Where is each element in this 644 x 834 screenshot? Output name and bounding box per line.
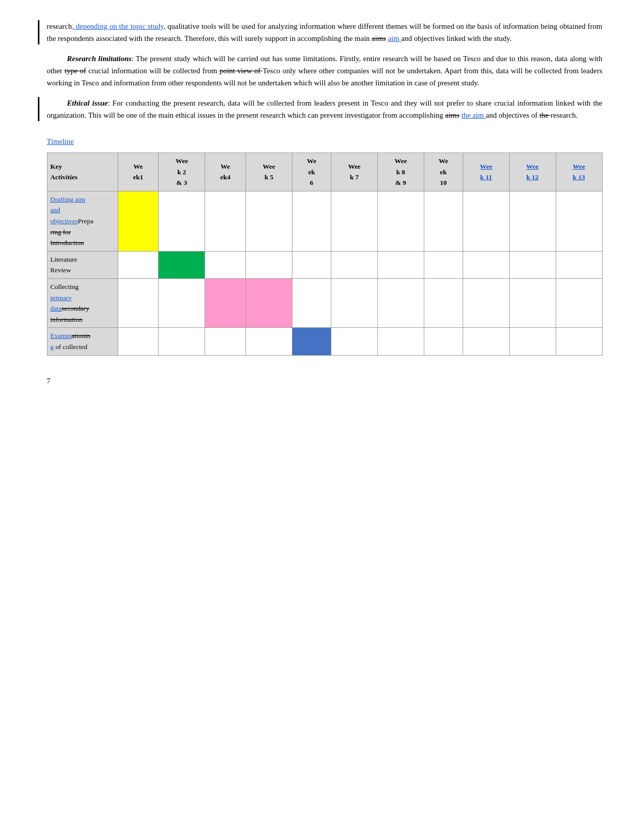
col-header-week13: Week 13 <box>556 153 602 191</box>
cell-row1-wk5 <box>246 191 292 251</box>
cell-row3-wk12 <box>509 278 556 327</box>
link-depending: , depending on the topic study, <box>72 22 165 30</box>
cell-row4-wk1 <box>118 328 159 355</box>
cell-row3-wk10 <box>424 278 463 327</box>
cell-row2-wk1 <box>118 251 159 278</box>
cell-row1-wk8 <box>377 191 424 251</box>
cell-row3-wk11 <box>463 278 509 327</box>
col-header-week4: Week4 <box>205 153 246 191</box>
col-header-week12: Week 12 <box>509 153 556 191</box>
cell-row1-wk13 <box>556 191 602 251</box>
strikethrough-ring-for: ring for <box>51 228 71 236</box>
timeline-heading: Timeline <box>47 135 603 148</box>
cell-row4-wk7 <box>331 328 378 355</box>
strikethrough-information: information <box>51 316 83 323</box>
strikethrough-the: the <box>539 111 551 119</box>
col-header-week6: Week6 <box>292 153 331 191</box>
cell-row1-wk6 <box>292 191 331 251</box>
link-objectives: objectives <box>51 217 78 225</box>
cell-row3-wk6 <box>292 278 331 327</box>
col-header-week1: Week1 <box>118 153 159 191</box>
cell-row2-wk13 <box>556 251 602 278</box>
cell-row3-wk8 <box>377 278 424 327</box>
cell-row2-wk6 <box>292 251 331 278</box>
strikethrough-secondary: secondary <box>62 305 89 312</box>
strikethrough-ationin: ationin <box>72 332 91 339</box>
col-header-week10: Week10 <box>424 153 463 191</box>
cell-row3-wk7 <box>331 278 378 327</box>
cell-row2-wk4 <box>205 251 246 278</box>
page-number: 7 <box>47 376 603 387</box>
activity-collecting: Collecting primary datasecondary informa… <box>47 278 118 327</box>
col-header-week7: Week 7 <box>331 153 378 191</box>
link-primary: primary <box>51 294 72 302</box>
col-header-week11: Week 11 <box>463 153 509 191</box>
cell-row1-wk10 <box>424 191 463 251</box>
strikethrough-type-of: type of <box>65 67 86 75</box>
cell-row2-wk5 <box>246 251 292 278</box>
timeline-section: Timeline KeyActivities Week1 Week 2& 3 W… <box>47 135 603 356</box>
activity-examination: Examinationin g of collected <box>47 328 118 355</box>
cell-row4-wk4 <box>205 328 246 355</box>
cell-row1-wk7 <box>331 191 378 251</box>
cell-row2-wk2 <box>159 251 205 278</box>
cell-row4-wk13 <box>556 328 602 355</box>
cell-row1-wk12 <box>509 191 556 251</box>
link-drafting-aim: Drafting aim <box>51 195 85 203</box>
underline-aim: aim <box>388 34 401 42</box>
col-header-week2: Week 2& 3 <box>159 153 205 191</box>
activity-drafting: Drafting aim and objectivesPrepa ring fo… <box>47 191 118 251</box>
paragraph-2: Research limitations: The present study … <box>47 53 603 89</box>
cell-row3-wk1 <box>118 278 159 327</box>
table-header-row: KeyActivities Week1 Week 2& 3 Week4 Week… <box>47 153 602 191</box>
cell-row1-wk11 <box>463 191 509 251</box>
strikethrough-aims2: aims <box>445 111 459 119</box>
table-row: Collecting primary datasecondary informa… <box>47 278 602 327</box>
cell-row4-wk2 <box>159 328 205 355</box>
table-row: Drafting aim and objectivesPrepa ring fo… <box>47 191 602 251</box>
page-content: research, depending on the topic study, … <box>47 20 603 387</box>
table-row: Examinationin g of collected <box>47 328 602 355</box>
text-prepa: Prepa <box>78 217 93 225</box>
link-examination: Examin <box>51 332 72 339</box>
col-header-key-activities: KeyActivities <box>47 153 118 191</box>
cell-row2-wk11 <box>463 251 509 278</box>
link-datasecondary: data <box>51 305 62 312</box>
cell-row2-wk10 <box>424 251 463 278</box>
cell-row1-wk4 <box>205 191 246 251</box>
link-and: and <box>51 206 61 214</box>
cell-row4-wk5 <box>246 328 292 355</box>
link-g: g <box>51 343 54 351</box>
cell-row3-wk2 <box>159 278 205 327</box>
cell-row2-wk7 <box>331 251 378 278</box>
cell-row4-wk6 <box>292 328 331 355</box>
paragraph-1: research, depending on the topic study, … <box>47 20 603 44</box>
strikethrough-aims: aims <box>372 34 386 42</box>
table-row: LiteratureReview <box>47 251 602 278</box>
cell-row3-wk13 <box>556 278 602 327</box>
cell-row2-wk12 <box>509 251 556 278</box>
strikethrough-point-view: point view of <box>219 67 263 75</box>
cell-row3-wk4 <box>205 278 246 327</box>
cell-row2-wk8 <box>377 251 424 278</box>
col-header-week5: Week 5 <box>246 153 292 191</box>
heading-ethical-issue: Ethical issue <box>67 99 108 107</box>
strikethrough-introduction: Introduction <box>51 239 84 247</box>
timeline-table: KeyActivities Week1 Week 2& 3 Week4 Week… <box>47 153 603 356</box>
activity-literature: LiteratureReview <box>47 251 118 278</box>
cell-row1-wk2 <box>159 191 205 251</box>
cell-row1-wk1 <box>118 191 159 251</box>
cell-row3-wk5 <box>246 278 292 327</box>
cell-row4-wk11 <box>463 328 509 355</box>
cell-row4-wk10 <box>424 328 463 355</box>
cell-row4-wk12 <box>509 328 556 355</box>
paragraph-3: Ethical issue: For conducting the presen… <box>47 97 603 121</box>
col-header-week8: Week 8& 9 <box>377 153 424 191</box>
underline-the-aim: the aim <box>461 111 485 119</box>
cell-row4-wk8 <box>377 328 424 355</box>
heading-research-limitations: Research limitations <box>67 55 132 63</box>
